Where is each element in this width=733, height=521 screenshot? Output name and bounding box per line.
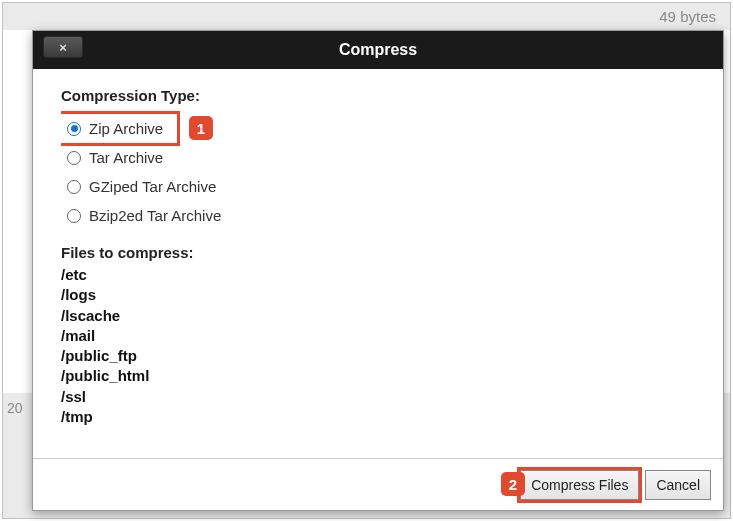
radio-label: Tar Archive <box>89 149 163 166</box>
page-frame: 49 bytes 20 × Compress Compression Type:… <box>2 2 731 519</box>
row-number: 20 <box>7 400 23 416</box>
radio-bzip2ed-tar-archive[interactable]: Bzip2ed Tar Archive <box>61 201 227 230</box>
radio-tar-archive[interactable]: Tar Archive <box>61 143 169 172</box>
radio-label: GZiped Tar Archive <box>89 178 216 195</box>
compression-type-label: Compression Type: <box>61 87 695 104</box>
file-path: /public_ftp <box>61 346 695 366</box>
radio-icon <box>67 122 81 136</box>
compress-files-button[interactable]: Compress Files <box>520 470 639 500</box>
file-path: /ssl <box>61 387 695 407</box>
radio-icon <box>67 209 81 223</box>
file-path: /public_html <box>61 366 695 386</box>
dialog-body: Compression Type: Zip Archive 1 Tar Arch… <box>33 69 723 458</box>
files-label: Files to compress: <box>61 244 695 261</box>
annotation-badge-2: 2 <box>501 472 525 496</box>
file-path: /logs <box>61 285 695 305</box>
radio-label: Bzip2ed Tar Archive <box>89 207 221 224</box>
file-path: /lscache <box>61 306 695 326</box>
bytes-label: 49 bytes <box>659 8 716 25</box>
radio-gziped-tar-archive[interactable]: GZiped Tar Archive <box>61 172 222 201</box>
files-to-compress-section: Files to compress: /etc /logs /lscache /… <box>61 244 695 427</box>
close-icon: × <box>59 40 67 55</box>
background-row <box>3 3 730 30</box>
compress-dialog: × Compress Compression Type: Zip Archive… <box>32 30 724 511</box>
file-path: /etc <box>61 265 695 285</box>
scroll-area[interactable]: Compression Type: Zip Archive 1 Tar Arch… <box>61 87 701 447</box>
annotation-badge-1: 1 <box>189 116 213 140</box>
dialog-titlebar: × Compress <box>33 31 723 69</box>
radio-icon <box>67 151 81 165</box>
radio-icon <box>67 180 81 194</box>
radio-label: Zip Archive <box>89 120 163 137</box>
file-path: /mail <box>61 326 695 346</box>
close-button[interactable]: × <box>43 36 83 58</box>
radio-zip-archive[interactable]: Zip Archive <box>61 114 177 143</box>
dialog-footer: 2 Compress Files Cancel <box>33 458 723 510</box>
file-path: /tmp <box>61 407 695 427</box>
dialog-title: Compress <box>339 41 417 59</box>
cancel-button[interactable]: Cancel <box>645 470 711 500</box>
